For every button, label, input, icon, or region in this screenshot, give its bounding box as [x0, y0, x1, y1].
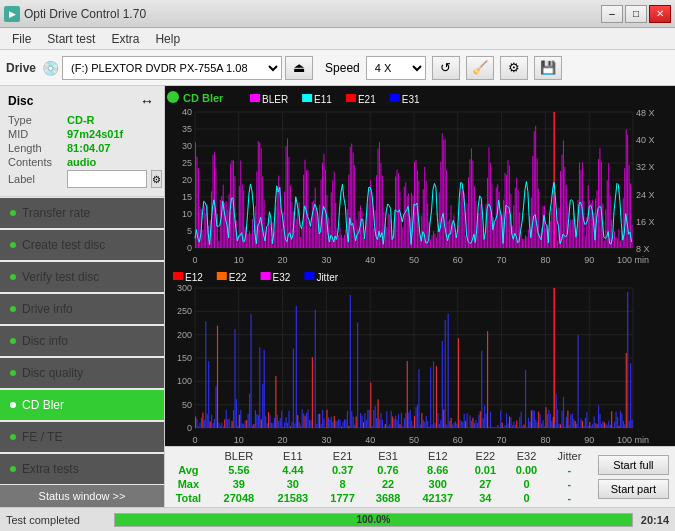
total-bler: 27048 — [212, 491, 266, 505]
avg-bler: 5.56 — [212, 463, 266, 477]
time-label: 20:14 — [641, 514, 669, 526]
type-value: CD-R — [67, 114, 95, 126]
chart-and-table: BLER E11 E21 E31 E12 E22 E32 Jitter Avg … — [165, 86, 675, 507]
stats-area: BLER E11 E21 E31 E12 E22 E32 Jitter Avg … — [165, 446, 675, 507]
avg-e11: 4.44 — [266, 463, 320, 477]
toolbar: Drive 💿 (F:) PLEXTOR DVDR PX-755A 1.08 ⏏… — [0, 50, 675, 86]
contents-label: Contents — [8, 156, 63, 168]
type-label: Type — [8, 114, 63, 126]
total-e12: 42137 — [411, 491, 465, 505]
start-full-button[interactable]: Start full — [598, 455, 669, 475]
minimize-button[interactable]: – — [601, 5, 623, 23]
maximize-button[interactable]: □ — [625, 5, 647, 23]
app-title: Opti Drive Control 1.70 — [24, 7, 146, 21]
max-e32: 0 — [506, 477, 547, 491]
nav-verify-test-disc[interactable]: Verify test disc — [0, 262, 164, 292]
max-jitter: - — [547, 477, 592, 491]
speed-select[interactable]: 4 X — [366, 56, 426, 80]
status-window-button[interactable]: Status window >> — [0, 485, 164, 507]
nav-drive-info[interactable]: Drive info — [0, 294, 164, 324]
avg-e31: 0.76 — [365, 463, 410, 477]
menu-start-test[interactable]: Start test — [39, 30, 103, 48]
nav-disc-info[interactable]: Disc info — [0, 326, 164, 356]
window-controls: – □ ✕ — [601, 5, 671, 23]
label-label: Label — [8, 173, 63, 185]
max-e31: 22 — [365, 477, 410, 491]
col-header-e11: E11 — [266, 449, 320, 463]
total-e31: 3688 — [365, 491, 410, 505]
nav-label-disc-quality: Disc quality — [22, 366, 83, 380]
nav-transfer-rate[interactable]: Transfer rate — [0, 198, 164, 228]
nav-dot-disc-quality — [10, 370, 16, 376]
menubar: File Start test Extra Help — [0, 28, 675, 50]
save-button[interactable]: 💾 — [534, 56, 562, 80]
nav-create-test-disc[interactable]: Create test disc — [0, 230, 164, 260]
row-label-total: Total — [165, 491, 212, 505]
nav-extra-tests[interactable]: Extra tests — [0, 454, 164, 484]
action-buttons: Start full Start part — [592, 453, 675, 501]
disc-refresh-button[interactable]: ↔ — [138, 92, 156, 110]
avg-e32: 0.00 — [506, 463, 547, 477]
max-bler: 39 — [212, 477, 266, 491]
total-e22: 34 — [465, 491, 506, 505]
statusbar: Test completed 100.0% 20:14 — [0, 507, 675, 531]
nav-dot-extra-tests — [10, 466, 16, 472]
menu-help[interactable]: Help — [147, 30, 188, 48]
nav-label-cd-bler: CD Bler — [22, 398, 64, 412]
refresh-button[interactable]: ↺ — [432, 56, 460, 80]
col-header-bler: BLER — [212, 449, 266, 463]
menu-extra[interactable]: Extra — [103, 30, 147, 48]
nav-disc-quality[interactable]: Disc quality — [0, 358, 164, 388]
max-e11: 30 — [266, 477, 320, 491]
nav-cd-bler[interactable]: CD Bler — [0, 390, 164, 420]
status-text: Test completed — [6, 514, 106, 526]
col-header-e32: E32 — [506, 449, 547, 463]
nav-fe-te[interactable]: FE / TE — [0, 422, 164, 452]
nav-label-fe-te: FE / TE — [22, 430, 62, 444]
drive-icon: 💿 — [42, 60, 59, 76]
nav-label-extra-tests: Extra tests — [22, 462, 79, 476]
speed-label: Speed — [325, 61, 360, 75]
nav-dot-drive-info — [10, 306, 16, 312]
col-header-e31: E31 — [365, 449, 410, 463]
disc-title: Disc — [8, 94, 33, 108]
sidebar-nav: Transfer rate Create test disc Verify te… — [0, 197, 164, 485]
total-jitter: - — [547, 491, 592, 505]
avg-jitter: - — [547, 463, 592, 477]
close-button[interactable]: ✕ — [649, 5, 671, 23]
nav-dot-disc-info — [10, 338, 16, 344]
max-e22: 27 — [465, 477, 506, 491]
nav-dot-transfer-rate — [10, 210, 16, 216]
col-header-e21: E21 — [320, 449, 365, 463]
nav-dot-create-test-disc — [10, 242, 16, 248]
table-row-max: Max 39 30 8 22 300 27 0 - — [165, 477, 592, 491]
label-settings-button[interactable]: ⚙ — [151, 170, 162, 188]
disc-panel: Disc ↔ Type CD-R MID 97m24s01f Length 81… — [0, 86, 164, 197]
total-e11: 21583 — [266, 491, 320, 505]
app-icon: ▶ — [4, 6, 20, 22]
col-header-e22: E22 — [465, 449, 506, 463]
titlebar: ▶ Opti Drive Control 1.70 – □ ✕ — [0, 0, 675, 28]
row-label-avg: Avg — [165, 463, 212, 477]
nav-label-transfer-rate: Transfer rate — [22, 206, 90, 220]
nav-label-verify-test-disc: Verify test disc — [22, 270, 99, 284]
nav-label-disc-info: Disc info — [22, 334, 68, 348]
row-label-max: Max — [165, 477, 212, 491]
drive-select[interactable]: (F:) PLEXTOR DVDR PX-755A 1.08 — [62, 56, 282, 80]
nav-label-drive-info: Drive info — [22, 302, 73, 316]
start-part-button[interactable]: Start part — [598, 479, 669, 499]
label-input[interactable] — [67, 170, 147, 188]
chart-bottom-container — [165, 266, 675, 446]
length-label: Length — [8, 142, 63, 154]
table-row-avg: Avg 5.56 4.44 0.37 0.76 8.66 0.01 0.00 - — [165, 463, 592, 477]
col-header-jitter: Jitter — [547, 449, 592, 463]
menu-file[interactable]: File — [4, 30, 39, 48]
settings-button[interactable]: ⚙ — [500, 56, 528, 80]
avg-e22: 0.01 — [465, 463, 506, 477]
drive-label: Drive — [6, 61, 36, 75]
clear-button[interactable]: 🧹 — [466, 56, 494, 80]
eject-button[interactable]: ⏏ — [285, 56, 313, 80]
contents-value: audio — [67, 156, 96, 168]
length-value: 81:04.07 — [67, 142, 110, 154]
progress-bar: 100.0% — [114, 513, 633, 527]
